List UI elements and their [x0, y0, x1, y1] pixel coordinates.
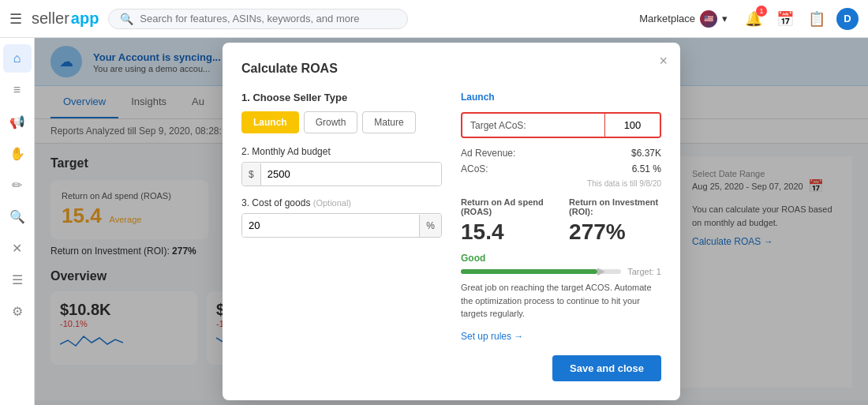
seller-type-title: 1. Choose Seller Type — [241, 92, 442, 103]
roi-col-label: Return on Investment (ROI): — [569, 197, 661, 216]
flag-icon: 🇺🇸 — [700, 10, 717, 28]
ad-revenue-label: Ad Revenue: — [461, 148, 515, 159]
cog-input[interactable] — [242, 214, 419, 237]
roi-col: Return on Investment (ROI): 277% — [569, 197, 661, 245]
seller-type-row: Launch Growth Mature — [241, 111, 442, 133]
seller-btn-growth[interactable]: Growth — [304, 111, 358, 133]
roas-roi-section: Return on Ad spend (ROAS) 15.4 Return on… — [461, 197, 661, 245]
acos-value: 6.51 % — [632, 163, 661, 174]
budget-input[interactable] — [261, 163, 441, 186]
seller-btn-mature[interactable]: Mature — [362, 111, 415, 133]
main-layout: ⌂ ≡ 📢 ✋ ✏ 🔍 ✕ ☰ ⚙ ☁ Your Account is sync… — [0, 38, 868, 405]
sidebar-item-reports[interactable]: ≡ — [3, 76, 32, 104]
modal-footer: Save and close — [241, 355, 661, 381]
notifications-button[interactable]: 🔔 1 — [742, 7, 765, 31]
ad-revenue-value: $6.37K — [631, 148, 661, 159]
budget-prefix: $ — [242, 163, 261, 186]
sidebar: ⌂ ≡ 📢 ✋ ✏ 🔍 ✕ ☰ ⚙ — [0, 38, 35, 405]
roas-col: Return on Ad spend (ROAS) 15.4 — [461, 197, 553, 245]
calendar-button[interactable]: 📅 — [773, 7, 797, 31]
setup-rules-link[interactable]: Set up rules → — [461, 331, 523, 342]
cog-label: 3. Cost of goods (Optional) — [241, 197, 442, 208]
sidebar-item-ads[interactable]: 📢 — [3, 107, 32, 136]
logo-seller-text: seller — [32, 9, 69, 28]
roi-big-value: 277% — [569, 219, 661, 245]
notification-badge: 1 — [756, 6, 767, 17]
acos-row: ACoS: 6.51 % — [461, 163, 661, 174]
search-icon: 🔍 — [120, 13, 133, 25]
good-label: Good — [461, 253, 661, 264]
launch-badge: Launch — [461, 92, 661, 103]
roas-col-label: Return on Ad spend (ROAS) — [461, 197, 553, 216]
calculate-roas-modal: Calculate ROAS × 1. Choose Seller Type L… — [223, 43, 680, 400]
sidebar-item-menu[interactable]: ☰ — [3, 265, 32, 294]
modal-title: Calculate ROAS — [241, 62, 661, 76]
cog-input-group: % — [241, 213, 442, 238]
main-content: ☁ Your Account is syncing... You are usi… — [35, 38, 868, 405]
top-navigation: ☰ seller app 🔍 Marketplace 🇺🇸 ▾ 🔔 1 📅 📋 … — [0, 0, 868, 38]
seller-btn-launch[interactable]: Launch — [241, 111, 299, 133]
chevron-down-icon: ▾ — [722, 13, 728, 24]
ad-revenue-row: Ad Revenue: $6.37K — [461, 148, 661, 159]
progress-row: Target: 1 — [461, 267, 661, 276]
search-bar[interactable]: 🔍 — [108, 9, 408, 29]
progress-target: Target: 1 — [627, 267, 661, 276]
sidebar-item-edit[interactable]: ✏ — [3, 171, 32, 199]
modal-left-section: 1. Choose Seller Type Launch Growth Matu… — [241, 92, 442, 343]
nav-right: Marketplace 🇺🇸 ▾ 🔔 1 📅 📋 D — [633, 7, 859, 31]
modal-grid: 1. Choose Seller Type Launch Growth Matu… — [241, 92, 661, 343]
acos-label: ACoS: — [461, 163, 488, 174]
messages-button[interactable]: 📋 — [805, 7, 829, 31]
roas-big-value: 15.4 — [461, 219, 553, 245]
hamburger-icon[interactable]: ☰ — [9, 10, 22, 28]
app-logo: seller app — [32, 9, 99, 28]
logo-app-text: app — [71, 9, 99, 28]
sidebar-item-search[interactable]: 🔍 — [3, 202, 32, 231]
cog-suffix: % — [419, 215, 441, 237]
modal-right-section: Launch Target ACoS: Ad Revenue: $6.37K A… — [461, 92, 661, 343]
desc-text: Great job on reaching the target ACOS. A… — [461, 281, 661, 321]
data-note: This data is till 9/8/20 — [461, 179, 661, 188]
target-acos-input[interactable] — [604, 114, 660, 137]
avatar[interactable]: D — [836, 8, 859, 30]
marketplace-button[interactable]: Marketplace 🇺🇸 ▾ — [633, 7, 734, 31]
target-acos-box: Target ACoS: — [461, 112, 661, 138]
marketplace-label: Marketplace — [639, 13, 695, 24]
target-acos-label: Target ACoS: — [462, 114, 604, 137]
progress-bar — [461, 269, 621, 274]
search-input[interactable] — [140, 13, 396, 24]
progress-flag — [597, 268, 605, 276]
modal-close-button[interactable]: × — [659, 54, 668, 68]
budget-input-group: $ — [241, 162, 442, 186]
progress-fill — [461, 269, 597, 274]
modal-overlay: Calculate ROAS × 1. Choose Seller Type L… — [35, 38, 868, 405]
sidebar-item-settings[interactable]: ⚙ — [3, 297, 32, 325]
sidebar-item-close[interactable]: ✕ — [3, 234, 32, 262]
sidebar-item-home[interactable]: ⌂ — [3, 44, 32, 73]
save-close-button[interactable]: Save and close — [552, 355, 661, 381]
budget-label: 2. Monthly Ad budget — [241, 146, 442, 157]
sidebar-item-tools[interactable]: ✋ — [3, 139, 32, 167]
